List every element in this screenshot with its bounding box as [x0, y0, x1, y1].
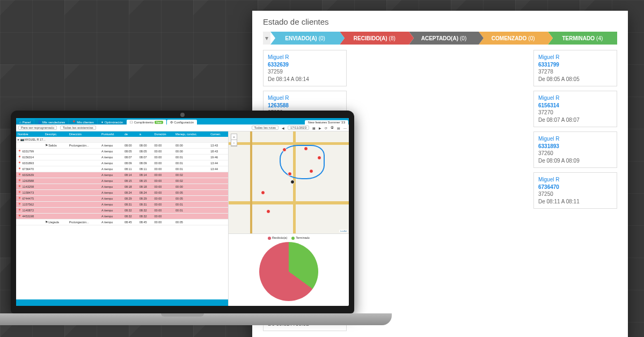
status-pie-chart: Recibido(a) Terminado [229, 233, 349, 306]
client-card[interactable]: Miguel R633179937278De 08:05 A 08:05 [533, 50, 617, 86]
layers-icon[interactable]: ▤ [337, 126, 340, 130]
table-row[interactable]: 📍 1263588A tiempo08:1508:1500:0000:02 [16, 178, 228, 184]
date-picker[interactable]: 17/11/2023 [288, 126, 309, 130]
nav-cumplimiento[interactable]: ☐ Cumplimiento New [127, 120, 166, 124]
table-body: ▸ 📷 MIGUEL R 17...⚑ SalidaProlongación..… [16, 137, 228, 225]
panel-title: Estado de clientes [263, 17, 617, 26]
stage-comenzado[interactable]: COMENZADO(0) [479, 32, 548, 45]
more-icon[interactable]: ⋯ [343, 126, 347, 130]
schedule-table-pane: NombreDescripc.DirecciónPuntualid.deaDur… [16, 131, 229, 306]
table-row[interactable]: 📍 4453198A tiempo08:3208:3200:00 [16, 214, 228, 219]
app-window: ⌂ Panel 👤 Mis vendedores 📍 Mis clientes … [16, 118, 349, 306]
table-row[interactable]: 📍 1143258A tiempo08:1808:1800:0000:00 [16, 184, 228, 190]
calendar-icon[interactable]: ▦ [312, 126, 316, 130]
client-card[interactable]: Miguel R615631437270De 08:07 A 08:07 [533, 91, 617, 127]
col-header[interactable]: Manejo, conduc. [174, 131, 209, 137]
filter-toolbar: Para ser reprogramado Todas las asistenc… [16, 124, 349, 131]
refresh-icon[interactable]: ⟳ [325, 126, 327, 130]
table-row[interactable]: 📍 6332639A tiempo08:1408:1400:0000:02 [16, 172, 228, 178]
client-card[interactable]: Miguel R673647037250De 08:11 A 08:11 [533, 172, 617, 209]
schedule-table: NombreDescripc.DirecciónPuntualid.deaDur… [16, 131, 228, 225]
col-header[interactable]: a [138, 131, 153, 137]
table-row[interactable]: ⚑ SalidaProlongación...A tiempo08:0008:0… [16, 143, 228, 149]
col-header[interactable]: Descripc. [43, 131, 68, 137]
client-card[interactable]: Miguel R633189337260De 08:09 A 08:09 [533, 131, 617, 168]
pipeline-collapse-icon[interactable]: ▾ [263, 32, 270, 45]
col-header[interactable]: Duración [153, 131, 174, 137]
table-row[interactable]: 📍 1140872A tiempo08:3208:3200:0000:01 [16, 208, 228, 214]
table-row[interactable]: ⚑ LlegadaProlongación...A tiempo08:4508:… [16, 219, 228, 225]
table-row[interactable]: 📍 6331893A tiempo08:0908:0900:0000:0113:… [16, 160, 228, 166]
col-header[interactable]: de [123, 131, 138, 137]
table-header: NombreDescripc.DirecciónPuntualid.deaDur… [16, 131, 228, 137]
nav-vendedores[interactable]: 👤 Mis vendedores [34, 120, 68, 124]
filter-reprogram[interactable]: Para ser reprogramado [18, 126, 57, 130]
stage-aceptado[interactable]: ACEPTADO(A)(0) [409, 32, 478, 45]
stage-terminado[interactable]: TERMINADO(4) [548, 32, 617, 45]
column-terminado: Miguel R633179937278De 08:05 A 08:05Migu… [533, 50, 617, 331]
filter-attendance[interactable]: Todas las asistencias [60, 126, 96, 130]
map-zoom[interactable]: +− [231, 134, 237, 146]
zoom-out-icon: − [231, 140, 237, 146]
table-row[interactable]: 📍 6744475A tiempo08:2908:2900:0000:05 [16, 196, 228, 202]
column-aceptado [353, 50, 437, 331]
nav-optimizacion[interactable]: ✦ Optimización [98, 120, 127, 124]
client-card[interactable]: Miguel R633263937259De 08:14 A 08:14 [263, 50, 347, 86]
map-attribution: Leaflet [339, 230, 348, 232]
col-header[interactable]: Nombre [16, 131, 43, 137]
table-group-row[interactable]: ▸ 📷 MIGUEL R 17... [16, 137, 228, 143]
laptop-mockup: ⌂ Panel 👤 Mis vendedores 📍 Mis clientes … [11, 111, 354, 325]
app-nav: ⌂ Panel 👤 Mis vendedores 📍 Mis clientes … [16, 118, 349, 124]
column-comenzado [443, 50, 527, 331]
col-header[interactable]: Comen. [209, 131, 228, 137]
scrollbar[interactable] [16, 299, 228, 306]
promo-graphic: Estado de clientes ▾ ENVIADO(A)(0) RECIB… [0, 0, 644, 337]
new-features-chip[interactable]: New features Summer '23 [305, 120, 348, 124]
zoom-in-icon: + [231, 134, 237, 140]
table-row[interactable]: 📍 1158473A tiempo08:2408:2400:0000:05 [16, 190, 228, 196]
route-map[interactable]: +− Leaflet [229, 131, 349, 233]
nav-clientes[interactable]: 📍 Mis clientes [69, 120, 97, 124]
next-day-icon[interactable]: ▶ [319, 126, 321, 130]
filter-routes[interactable]: Todas las rutas [252, 126, 279, 130]
col-header[interactable]: Puntualid. [100, 131, 123, 137]
col-header[interactable]: Dirección [68, 131, 100, 137]
stage-recibido[interactable]: RECIBIDO(A)(8) [340, 32, 409, 45]
pie-legend: Recibido(a) Terminado [268, 236, 310, 240]
locate-icon[interactable]: ⦿ [331, 126, 334, 129]
pie-graphic [259, 242, 318, 301]
nav-panel[interactable]: ⌂ Panel [16, 120, 34, 124]
prev-day-icon[interactable]: ◀ [282, 126, 284, 130]
table-row[interactable]: 📍 6736470A tiempo08:1108:1100:0000:0113:… [16, 166, 228, 172]
stage-enviado[interactable]: ENVIADO(A)(0) [270, 32, 340, 45]
table-row[interactable]: 📍 6331799A tiempo08:0508:0500:0000:0018:… [16, 149, 228, 155]
status-pipeline: ▾ ENVIADO(A)(0) RECIBIDO(A)(8) ACEPTADO(… [263, 32, 617, 45]
table-row[interactable]: 📍 6156314A tiempo08:0708:0700:0000:0119:… [16, 155, 228, 160]
table-row[interactable]: 📍 1157562A tiempo08:3108:3100:0000:01 [16, 202, 228, 208]
nav-config[interactable]: ⚙ Configuración [167, 120, 197, 124]
